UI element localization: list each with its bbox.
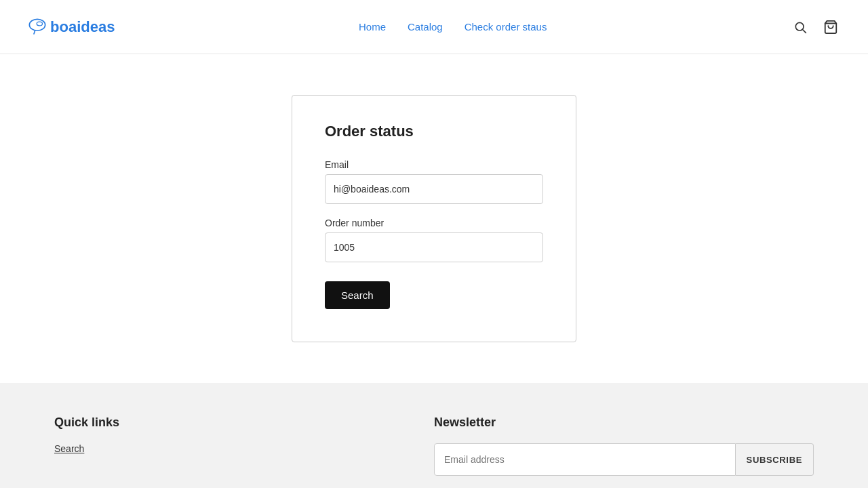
subscribe-button[interactable]: SUBSCRIBE — [736, 443, 814, 476]
email-label: Email — [325, 159, 543, 170]
nav-catalog[interactable]: Catalog — [408, 21, 443, 33]
site-footer: Quick links Search Newsletter SUBSCRIBE — [0, 383, 868, 488]
svg-line-2 — [34, 30, 35, 34]
svg-point-1 — [37, 22, 42, 26]
cart-icon — [823, 20, 838, 35]
search-icon-button[interactable] — [791, 18, 810, 37]
nav-home[interactable]: Home — [359, 21, 386, 33]
main-nav: Home Catalog Check order staus — [359, 21, 547, 33]
logo-text: boaideas — [50, 18, 115, 36]
order-status-title: Order status — [325, 123, 543, 140]
newsletter-title: Newsletter — [434, 415, 814, 430]
main-content: Order status Email Order number Search — [0, 54, 868, 383]
newsletter-email-input[interactable] — [434, 443, 736, 476]
quick-links-title: Quick links — [54, 415, 434, 430]
order-number-field-group: Order number — [325, 218, 543, 262]
footer-search-link[interactable]: Search — [54, 443, 84, 454]
email-input[interactable] — [325, 174, 543, 204]
nav-check-order[interactable]: Check order staus — [465, 21, 547, 33]
cart-icon-button[interactable] — [821, 17, 841, 37]
footer-newsletter: Newsletter SUBSCRIBE — [434, 415, 814, 476]
footer-quick-links: Quick links Search — [54, 415, 434, 476]
header-icons — [791, 17, 841, 37]
order-status-card: Order status Email Order number Search — [292, 95, 576, 342]
order-number-label: Order number — [325, 218, 543, 228]
svg-line-4 — [803, 29, 806, 33]
search-button[interactable]: Search — [325, 281, 390, 309]
site-header: boaideas Home Catalog Check order staus — [0, 0, 868, 54]
logo-link[interactable]: boaideas — [27, 18, 115, 37]
email-field-group: Email — [325, 159, 543, 204]
order-number-input[interactable] — [325, 232, 543, 262]
newsletter-form: SUBSCRIBE — [434, 443, 814, 476]
search-icon — [793, 20, 807, 34]
logo-icon — [27, 18, 47, 37]
